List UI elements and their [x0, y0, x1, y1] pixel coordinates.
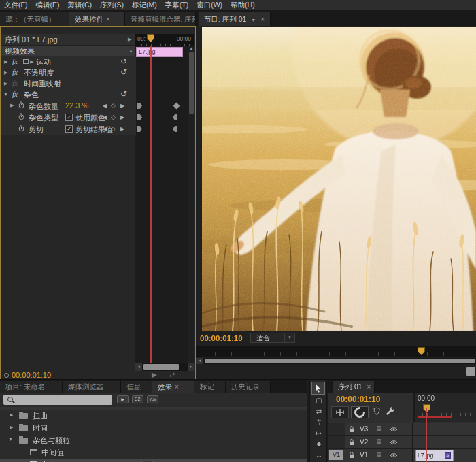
twirl-down-icon[interactable]: ▼ [8, 437, 13, 442]
param-value[interactable]: 22.3 % [65, 101, 88, 110]
chevron-down-icon[interactable]: ▼ [284, 333, 294, 342]
track-label[interactable]: V3 [360, 425, 368, 433]
ec-horizontal-scrollbar[interactable]: ◄ ► [135, 363, 194, 371]
tree-row-time[interactable]: ▶ 时间 [0, 422, 307, 434]
lock-icon[interactable] [349, 425, 354, 433]
menu-title[interactable]: 字幕(T) [161, 1, 192, 10]
close-icon[interactable]: × [106, 16, 110, 23]
tab-sequence-01[interactable]: 序列 01 × [333, 381, 375, 393]
chevron-right-icon[interactable]: ▶ [128, 37, 131, 42]
lock-icon[interactable] [349, 438, 354, 446]
reset-icon[interactable]: ↺ [120, 56, 127, 66]
yuv-effects-badge[interactable]: YUV [147, 395, 158, 403]
ec-clip-bar[interactable]: L7.jpg [136, 47, 183, 57]
program-ruler[interactable] [196, 346, 476, 357]
twirl-icon[interactable]: ▶ [10, 425, 13, 430]
chevron-down-icon[interactable]: ▼ [251, 18, 256, 22]
keyframe-start-icon[interactable] [137, 114, 142, 120]
twirl-icon[interactable]: ▶ [4, 81, 7, 86]
keyframe-start-icon[interactable] [137, 126, 142, 132]
tab-history[interactable]: 历史记录 [226, 381, 271, 393]
eye-icon[interactable] [390, 451, 398, 459]
panel-resize-gripper[interactable] [466, 367, 475, 376]
tab-effects[interactable]: 效果× [152, 381, 194, 393]
lock-icon[interactable] [349, 451, 354, 459]
accelerated-effects-badge[interactable]: ▶ [117, 395, 129, 403]
param-row-clip[interactable]: 剪切 ✓ 剪切结果值 ◀ ◇ ▶ [1, 123, 136, 135]
fx-badge-disabled[interactable]: fx [12, 79, 18, 87]
tree-row-median[interactable]: 中间值 [0, 446, 307, 459]
timeline-timecode[interactable]: 00:00:01:10 [336, 395, 380, 404]
ripple-edit-tool-button[interactable]: ⇄ [310, 408, 328, 415]
prev-keyframe-icon[interactable]: ◀ [103, 114, 107, 120]
scroll-right-icon[interactable]: ► [188, 363, 194, 371]
program-scrollbar[interactable]: ◄ [196, 358, 476, 364]
marker-shield-button[interactable] [373, 407, 380, 417]
track-row-v3[interactable]: V3 ▤ [328, 423, 476, 436]
tab-project[interactable]: 项目: 未命名 [0, 381, 63, 393]
rolling-edit-tool-button[interactable]: # [310, 418, 328, 426]
add-keyframe-icon[interactable]: ◇ [111, 102, 116, 109]
timeline-playhead-line[interactable] [426, 408, 427, 462]
tree-row-distort[interactable]: ▶ 扭曲 [0, 410, 307, 422]
close-icon[interactable]: × [175, 383, 179, 391]
collapse-icon[interactable]: ▲ [129, 48, 133, 53]
razor-tool-button[interactable]: ◆ [310, 440, 328, 447]
track-display-style-icon[interactable]: ▤ [376, 438, 382, 444]
tab-media-browser[interactable]: 媒体浏览器 [63, 381, 121, 393]
rate-stretch-tool-button[interactable]: ↦ [310, 429, 328, 437]
ec-timeline-ruler[interactable]: 00: 00:00 [135, 34, 194, 46]
loop-playback-icon[interactable]: ⇄ [169, 371, 175, 378]
param-row-noise-type[interactable]: 杂色类型 ✓ 使用颜色... ◀ ◇ ▶ [1, 112, 136, 124]
track-gutter[interactable] [328, 423, 345, 435]
add-keyframe-icon[interactable]: ◇ [111, 125, 116, 132]
ec-video-effects-header[interactable]: 视频效果 ▲ [1, 46, 136, 57]
ec-vertical-scrollbar[interactable]: ▲ [188, 46, 194, 363]
slip-tool-button[interactable]: ↔ [310, 451, 328, 459]
menu-window[interactable]: 窗口(W) [192, 1, 226, 10]
next-keyframe-icon[interactable]: ▶ [120, 126, 124, 132]
param-row-noise-amount[interactable]: ▶ 杂色数量 22.3 % ◀ ◇ ▶ [1, 100, 136, 112]
scroll-up-icon[interactable]: ▲ [188, 46, 194, 50]
track-select-tool-button[interactable]: ▢ [310, 397, 328, 404]
menu-file[interactable]: 文件(F) [0, 1, 31, 10]
keyframe-start-icon[interactable] [137, 103, 142, 109]
effect-row-noise[interactable]: ▼ fx 杂色 ↺ [1, 89, 136, 101]
tree-row-noise-selected[interactable]: 杂色 ▶ [0, 459, 307, 462]
add-keyframe-icon[interactable]: ◇ [111, 114, 116, 120]
close-icon[interactable]: × [367, 383, 371, 391]
selection-tool-button[interactable] [311, 382, 325, 395]
eye-icon[interactable] [390, 425, 398, 433]
prev-keyframe-icon[interactable]: ◀ [103, 103, 107, 109]
keyframe-end-icon[interactable] [173, 114, 177, 120]
fx-badge[interactable]: fx [12, 90, 18, 98]
tab-program-monitor[interactable]: 节目: 序列 01 ▼ × [199, 12, 271, 26]
ec-hscroll-thumb[interactable] [143, 364, 179, 370]
snap-button[interactable] [351, 406, 369, 418]
fx-badge[interactable]: fx [12, 57, 18, 65]
next-keyframe-icon[interactable]: ▶ [120, 103, 124, 109]
zoom-level-dropdown[interactable]: 适合 ▼ [250, 333, 295, 343]
ec-vscroll-thumb[interactable] [189, 52, 194, 114]
menu-marker[interactable]: 标记(M) [128, 1, 161, 10]
program-timecode[interactable]: 00:00:01:10 [200, 334, 243, 342]
reset-icon[interactable]: ↺ [120, 89, 127, 99]
eye-icon[interactable] [390, 438, 398, 446]
menu-sequence[interactable]: 序列(S) [96, 1, 128, 10]
tree-row-noise-grain[interactable]: ▼ 杂色与颗粒 [0, 434, 307, 446]
keyframe-end-icon[interactable] [173, 126, 177, 132]
scroll-left-icon[interactable]: ◄ [135, 363, 142, 371]
tab-audio-mixer[interactable]: 音频剪辑混合器: 序列▼≡ [125, 12, 196, 26]
insert-overwrite-button[interactable] [331, 406, 349, 418]
track-gutter[interactable] [328, 436, 345, 448]
menu-help[interactable]: 帮助(H) [226, 1, 259, 10]
keyframe-diamond-icon[interactable] [173, 103, 180, 110]
timeline-settings-button[interactable] [386, 406, 395, 417]
source-patch-v1[interactable]: V1 [329, 450, 343, 460]
next-keyframe-icon[interactable]: ▶ [120, 114, 124, 120]
track-label[interactable]: V1 [360, 451, 368, 459]
timeline-ruler[interactable]: 00:00 [413, 393, 476, 422]
ec-clip-header-row[interactable]: 序列 01 * L7.jpg ▶ [1, 34, 136, 46]
stopwatch-icon[interactable] [18, 125, 24, 133]
effect-row-motion[interactable]: ▶ fx ▶ 运动 ↺ [1, 56, 136, 68]
